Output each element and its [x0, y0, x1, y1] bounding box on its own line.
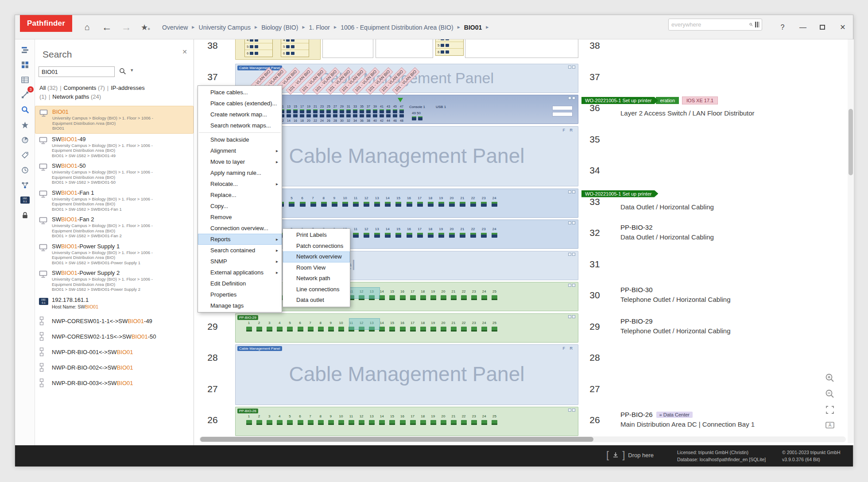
port-icon[interactable] [379, 295, 385, 300]
menu-item-remove[interactable]: Remove [198, 212, 282, 223]
port-icon[interactable] [338, 420, 344, 425]
port-icon[interactable] [400, 295, 406, 300]
port-icon[interactable] [449, 233, 455, 238]
port-icon[interactable] [470, 233, 476, 238]
horizontal-scrollbar-thumb[interactable] [200, 437, 593, 442]
vertical-scrollbar-thumb[interactable] [849, 109, 853, 175]
favorite-add-button[interactable]: ★+ [138, 15, 154, 39]
module-port-icon[interactable] [255, 39, 258, 42]
switch-port-icon[interactable] [320, 114, 324, 118]
port-icon[interactable] [407, 202, 412, 207]
menu-item-properties[interactable]: Properties [198, 289, 282, 300]
menu-item-relocate[interactable]: Relocate...▸ [198, 178, 282, 189]
port-icon[interactable] [410, 327, 416, 332]
empty-slot[interactable] [465, 39, 578, 58]
toolstrip-security-button[interactable] [18, 208, 32, 222]
submenu-item-data-outlet[interactable]: Data outlet [283, 295, 350, 306]
port-icon[interactable] [389, 295, 395, 300]
module-port-icon[interactable] [255, 52, 258, 55]
port-icon[interactable] [400, 327, 406, 332]
search-result-item[interactable]: NWP-CORESW01-1-1<->SWBIO01-49 [35, 313, 194, 329]
port-icon[interactable] [332, 202, 337, 207]
menu-item-move-to-layer[interactable]: Move to layer▸ [198, 156, 282, 167]
empty-slot[interactable] [376, 39, 433, 58]
port-icon[interactable] [438, 233, 444, 238]
port-icon[interactable] [374, 233, 380, 238]
port-icon[interactable] [369, 420, 375, 425]
port-icon[interactable] [287, 327, 293, 332]
port-icon[interactable] [277, 420, 283, 425]
menu-item-manage-tags[interactable]: Manage tags [198, 300, 282, 311]
port-icon[interactable] [267, 420, 272, 425]
switch-port-icon[interactable] [333, 109, 337, 113]
port-icon[interactable] [441, 420, 446, 425]
port-icon[interactable] [308, 420, 314, 425]
module-port-icon[interactable] [446, 44, 449, 47]
breadcrumb-item-biology-bio[interactable]: Biology (BIO) [261, 24, 298, 31]
minimize-button[interactable]: — [795, 15, 810, 39]
port-icon[interactable] [492, 233, 497, 238]
submenu-item-network-overview[interactable]: Network overview [283, 251, 350, 262]
port-icon[interactable] [420, 420, 426, 425]
port-icon[interactable] [318, 420, 324, 425]
port-icon[interactable] [256, 420, 262, 425]
fit-to-screen-button[interactable] [823, 403, 837, 416]
switch-port-icon[interactable] [287, 114, 291, 118]
switch-port-icon[interactable] [293, 109, 298, 113]
port-icon[interactable] [410, 420, 416, 425]
tag-data-center[interactable]: » Data Center [656, 412, 693, 418]
menu-item-search-network-maps[interactable]: Search network maps... [198, 120, 282, 131]
menu-item-place-cables-extended[interactable]: Place cables (extended)... [198, 98, 282, 109]
port-icon[interactable] [287, 420, 293, 425]
module-port-icon[interactable] [255, 45, 258, 48]
port-icon[interactable] [321, 202, 327, 207]
port-icon[interactable] [471, 295, 477, 300]
module-port-icon[interactable] [446, 50, 449, 54]
port-icon[interactable] [374, 202, 380, 207]
port-icon[interactable] [318, 327, 324, 332]
port-icon[interactable] [338, 327, 344, 332]
switch-port-icon[interactable] [293, 114, 298, 118]
switch-port-icon[interactable] [380, 114, 384, 118]
search-options-dropdown[interactable]: ▾ [131, 67, 133, 73]
component-name[interactable]: PP-BIO-32 [620, 224, 653, 231]
port-icon[interactable] [353, 202, 359, 207]
uplink-port-icon[interactable] [412, 116, 416, 120]
module-port-icon[interactable] [441, 39, 444, 40]
tag-eration[interactable]: eration [656, 97, 679, 104]
toolstrip-cable-tools-button[interactable]: 3 [18, 88, 32, 101]
switch-port-icon[interactable] [366, 109, 371, 113]
switch-port-icon[interactable] [399, 109, 404, 113]
port-icon[interactable] [481, 295, 487, 300]
port-icon[interactable] [492, 202, 497, 207]
port-icon[interactable] [379, 327, 385, 332]
port-icon[interactable] [451, 327, 457, 332]
search-result-item[interactable]: 192.0.1192.178.161.1Host Name: SWBIO01 [35, 294, 194, 313]
port-icon[interactable] [417, 202, 423, 207]
search-panel-close-button[interactable]: ✕ [182, 48, 187, 55]
port-icon[interactable] [400, 420, 406, 425]
port-icon[interactable] [349, 420, 354, 425]
port-icon[interactable] [328, 327, 334, 332]
switch-port-icon[interactable] [326, 114, 331, 118]
vertical-scrollbar[interactable] [848, 39, 854, 443]
module-port-icon[interactable] [250, 52, 253, 55]
port-icon[interactable] [395, 233, 401, 238]
menu-item-edit-definition[interactable]: Edit Definition [198, 278, 282, 289]
port-icon[interactable] [328, 420, 334, 425]
menu-item-replace[interactable]: Replace... [198, 189, 282, 201]
submenu-item-network-path[interactable]: Network path [283, 273, 350, 284]
submenu-item-room-view[interactable]: Room View [283, 262, 350, 274]
port-icon[interactable] [385, 202, 391, 207]
port-icon[interactable] [364, 202, 369, 207]
breadcrumb-item-1006-equipment-distribution-area-bio[interactable]: 1006 - Equipment Distribution Area (BIO) [341, 24, 453, 31]
port-icon[interactable] [385, 233, 391, 238]
module-port-icon[interactable] [291, 45, 294, 48]
zoom-in-button[interactable] [823, 371, 837, 385]
port-icon[interactable] [492, 327, 497, 332]
switch-port-icon[interactable] [386, 109, 391, 113]
port-icon[interactable] [420, 295, 426, 300]
port-icon[interactable] [308, 327, 314, 332]
switch-port-icon[interactable] [393, 114, 397, 118]
port-icon[interactable] [300, 202, 306, 207]
